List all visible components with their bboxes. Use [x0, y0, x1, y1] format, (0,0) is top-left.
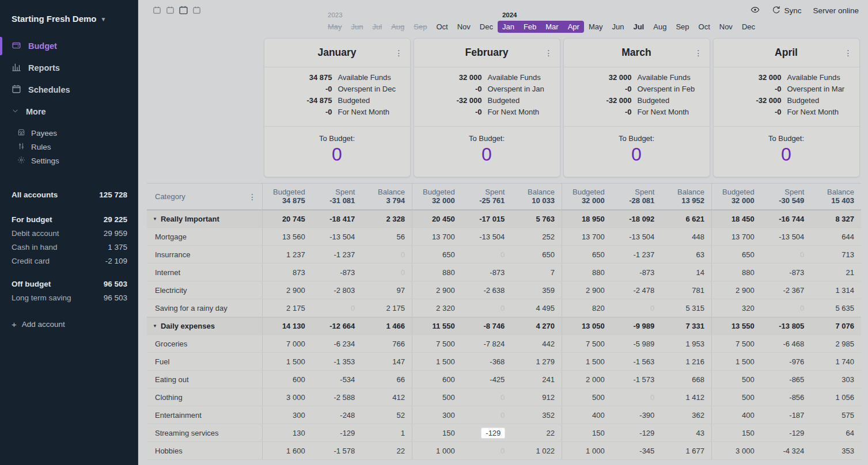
account-group-header[interactable]: For budget29 225: [12, 212, 127, 226]
cell-groceries-february-spent[interactable]: -7 824: [462, 335, 512, 352]
cell-entertainment-april-balance[interactable]: 575: [811, 406, 861, 424]
cell-hobbies-february-spent[interactable]: 0: [462, 442, 512, 459]
category-row-streaming-services[interactable]: Streaming services130-1291150-12922150-1…: [147, 424, 861, 442]
cell-entertainment-february-budgeted[interactable]: 300: [412, 406, 462, 424]
category-row-entertainment[interactable]: Entertainment300-248523000352400-3903624…: [147, 406, 861, 424]
cell-internet-january-budgeted[interactable]: 873: [262, 264, 312, 281]
timeline-month-oct[interactable]: Oct: [694, 21, 715, 33]
cell-daily-expenses-january-spent[interactable]: -12 664: [312, 318, 362, 334]
calendar-view-1-button[interactable]: [151, 5, 162, 15]
cell-groceries-march-spent[interactable]: -5 989: [612, 335, 662, 352]
all-accounts-row[interactable]: All accounts 125 728: [12, 187, 127, 202]
group-row-really-important[interactable]: ▼Really Important20 745-18 4172 32820 45…: [147, 210, 861, 228]
cell-mortgage-april-balance[interactable]: 644: [811, 228, 861, 245]
cell-entertainment-march-budgeted[interactable]: 400: [562, 406, 612, 424]
account-row-debit-account[interactable]: Debit account29 959: [12, 226, 127, 240]
category-row-groceries[interactable]: Groceries7 000-6 2347667 500-7 8244427 5…: [147, 335, 861, 353]
category-row-clothing[interactable]: Clothing3 000-2 588412500091250001 41250…: [147, 388, 861, 406]
cell-groceries-march-budgeted[interactable]: 7 500: [562, 335, 612, 352]
cell-fuel-january-budgeted[interactable]: 1 500: [262, 353, 312, 370]
cell-clothing-march-budgeted[interactable]: 500: [562, 388, 612, 406]
cell-daily-expenses-april-budgeted[interactable]: 13 550: [711, 318, 761, 334]
cell-groceries-january-balance[interactable]: 766: [362, 335, 412, 352]
cell-fuel-january-balance[interactable]: 147: [362, 353, 412, 370]
account-row-credit-card[interactable]: Credit card-2 109: [12, 254, 127, 268]
add-account-button[interactable]: + Add account: [12, 319, 127, 329]
cell-insurrance-january-budgeted[interactable]: 1 237: [262, 246, 312, 263]
cell-hobbies-february-balance[interactable]: 1 022: [511, 442, 562, 459]
cell-mortgage-january-balance[interactable]: 56: [362, 228, 412, 245]
cell-streaming-services-january-spent[interactable]: -129: [312, 424, 362, 441]
timeline-month-nov[interactable]: Nov: [715, 21, 737, 33]
server-status-button[interactable]: Server online: [813, 6, 859, 15]
cell-mortgage-march-budgeted[interactable]: 13 700: [562, 228, 612, 245]
category-row-mortgage[interactable]: Mortgage13 560-13 5045613 700-13 5042521…: [147, 228, 861, 246]
cell-internet-april-balance[interactable]: 21: [811, 264, 861, 281]
cell-hobbies-april-spent[interactable]: -4 324: [761, 442, 812, 459]
sidebar-item-budget[interactable]: Budget: [0, 35, 138, 57]
cell-fuel-april-budgeted[interactable]: 1 500: [711, 353, 761, 370]
timeline-month-may[interactable]: May: [584, 21, 608, 33]
budget-file-dropdown[interactable]: Starting Fresh Demo ▼: [0, 0, 138, 27]
cell-daily-expenses-february-spent[interactable]: -8 746: [462, 318, 512, 334]
cell-eating-out-march-spent[interactable]: -1 573: [612, 371, 662, 388]
timeline-month-jun[interactable]: Jun: [607, 21, 628, 33]
cell-really-important-february-budgeted[interactable]: 20 450: [412, 211, 462, 227]
cell-fuel-march-balance[interactable]: 1 216: [661, 353, 711, 370]
cell-really-important-february-balance[interactable]: 5 763: [511, 211, 562, 227]
cell-groceries-april-balance[interactable]: 2 985: [811, 335, 861, 352]
cell-streaming-services-march-spent[interactable]: -129: [612, 424, 662, 441]
cell-really-important-april-budgeted[interactable]: 18 450: [711, 211, 761, 227]
cell-clothing-february-balance[interactable]: 912: [511, 388, 562, 406]
calendar-view-2-button[interactable]: [165, 5, 175, 15]
cell-clothing-february-spent[interactable]: 0: [462, 388, 512, 406]
cell-really-important-january-balance[interactable]: 2 328: [362, 211, 412, 227]
cell-clothing-january-spent[interactable]: -2 588: [312, 388, 362, 406]
timeline-month-sep[interactable]: Sep: [671, 21, 693, 33]
cell-clothing-april-budgeted[interactable]: 500: [711, 388, 761, 406]
cell-internet-april-budgeted[interactable]: 880: [711, 264, 761, 281]
cell-electricity-march-balance[interactable]: 781: [661, 281, 711, 299]
cell-hobbies-january-budgeted[interactable]: 1 600: [262, 442, 312, 459]
to-budget-value[interactable]: 0: [564, 144, 710, 165]
to-budget-value[interactable]: 0: [264, 144, 410, 165]
cell-eating-out-april-spent[interactable]: -865: [761, 371, 812, 388]
cell-daily-expenses-march-spent[interactable]: -9 989: [612, 318, 662, 334]
cell-electricity-january-spent[interactable]: -2 803: [312, 281, 362, 299]
timeline-month-jul[interactable]: Jul: [628, 21, 649, 33]
cell-entertainment-march-balance[interactable]: 362: [661, 406, 711, 424]
cell-saving-for-a-rainy-day-march-budgeted[interactable]: 820: [562, 299, 612, 317]
cell-insurrance-february-budgeted[interactable]: 650: [412, 246, 462, 263]
cell-hobbies-march-budgeted[interactable]: 1 000: [562, 442, 612, 459]
cell-eating-out-february-budgeted[interactable]: 600: [412, 371, 462, 388]
group-row-daily-expenses[interactable]: ▼Daily expenses14 130-12 6641 46611 550-…: [147, 317, 861, 335]
cell-hobbies-january-balance[interactable]: 22: [362, 442, 412, 459]
cell-clothing-march-spent[interactable]: 0: [612, 388, 662, 406]
category-row-insurrance[interactable]: Insurrance1 237-1 23706500650650-1 23763…: [147, 246, 861, 264]
category-row-electricity[interactable]: Electricity2 900-2 803972 900-2 6383592 …: [147, 281, 861, 299]
category-row-eating-out[interactable]: Eating out600-53466600-4252412 000-1 573…: [147, 371, 861, 388]
account-row-long-term-saving[interactable]: Long term saving96 503: [12, 291, 127, 304]
cell-mortgage-march-balance[interactable]: 448: [661, 228, 711, 245]
cell-really-important-january-budgeted[interactable]: 20 745: [262, 211, 312, 227]
cell-internet-march-budgeted[interactable]: 880: [562, 264, 612, 281]
sidebar-item-schedules[interactable]: Schedules: [0, 79, 138, 101]
cell-hobbies-march-spent[interactable]: -345: [612, 442, 662, 459]
cell-mortgage-january-budgeted[interactable]: 13 560: [262, 228, 312, 245]
timeline-month-nov[interactable]: Nov: [453, 21, 475, 33]
cell-streaming-services-january-budgeted[interactable]: 130: [262, 424, 312, 441]
sidebar-item-settings[interactable]: Settings: [0, 154, 138, 167]
cell-saving-for-a-rainy-day-april-balance[interactable]: 5 635: [811, 299, 861, 317]
cell-saving-for-a-rainy-day-april-spent[interactable]: 0: [761, 299, 812, 317]
cell-groceries-january-budgeted[interactable]: 7 000: [262, 335, 312, 352]
cell-fuel-february-budgeted[interactable]: 1 500: [412, 353, 462, 370]
cell-internet-april-spent[interactable]: -873: [761, 264, 812, 281]
account-row-cash-in-hand[interactable]: Cash in hand1 375: [12, 240, 127, 254]
cell-really-important-january-spent[interactable]: -18 417: [312, 211, 362, 227]
category-row-internet[interactable]: Internet873-8730880-8737880-87314880-873…: [147, 264, 861, 281]
cell-mortgage-april-budgeted[interactable]: 13 700: [711, 228, 761, 245]
cell-streaming-services-february-spent[interactable]: -129: [462, 424, 512, 441]
cell-daily-expenses-january-balance[interactable]: 1 466: [362, 318, 412, 334]
cell-eating-out-march-budgeted[interactable]: 2 000: [562, 371, 612, 388]
cell-clothing-january-budgeted[interactable]: 3 000: [262, 388, 312, 406]
